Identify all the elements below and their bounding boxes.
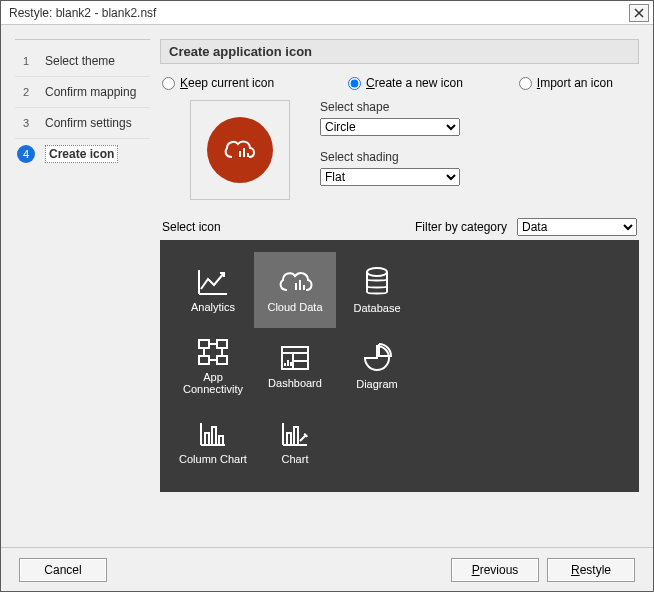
icon-column-chart[interactable]: Column Chart — [172, 404, 254, 480]
preview-circle — [207, 117, 273, 183]
step-label: Create icon — [45, 145, 118, 163]
step-number: 3 — [17, 114, 35, 132]
dialog-window: Restyle: blank2 - blank2.nsf 1 Select th… — [0, 0, 654, 592]
restyle-button[interactable]: Restyle — [547, 558, 635, 582]
step-label: Select theme — [45, 54, 115, 68]
icon-label: Chart — [282, 453, 309, 465]
svg-rect-4 — [217, 356, 227, 364]
window-title: Restyle: blank2 - blank2.nsf — [9, 6, 629, 20]
step-number: 2 — [17, 83, 35, 101]
svg-rect-3 — [199, 356, 209, 364]
radio-import-input[interactable] — [519, 77, 532, 90]
svg-rect-2 — [217, 340, 227, 348]
dialog-footer: Cancel Previous Restyle — [1, 547, 653, 591]
filter-label: Filter by category — [415, 220, 507, 234]
shading-select[interactable]: Flat — [320, 168, 460, 186]
icon-dashboard[interactable]: Dashboard — [254, 328, 336, 404]
icon-label: Cloud Data — [267, 301, 322, 313]
step-select-theme[interactable]: 1 Select theme — [15, 46, 150, 77]
icon-app-connectivity[interactable]: App Connectivity — [172, 328, 254, 404]
icon-mode-radios: Keep current icon Create a new icon Impo… — [160, 74, 639, 100]
icon-database[interactable]: Database — [336, 252, 418, 328]
close-button[interactable] — [629, 4, 649, 22]
icon-label: Column Chart — [179, 453, 247, 465]
step-confirm-mapping[interactable]: 2 Confirm mapping — [15, 77, 150, 108]
step-create-icon[interactable]: 4 Create icon — [15, 139, 150, 169]
svg-rect-9 — [287, 433, 291, 445]
icon-label: Diagram — [356, 378, 398, 390]
section-heading: Create application icon — [160, 39, 639, 64]
shading-label: Select shading — [320, 150, 619, 164]
icon-label: Dashboard — [268, 377, 322, 389]
icon-chart[interactable]: Chart — [254, 404, 336, 480]
radio-create-new[interactable]: Create a new icon — [348, 76, 463, 90]
cloud-data-icon — [222, 137, 258, 163]
filter-select[interactable]: Data — [517, 218, 637, 236]
icon-label: App Connectivity — [183, 371, 243, 395]
wizard-sidebar: 1 Select theme 2 Confirm mapping 3 Confi… — [15, 39, 150, 533]
step-label: Confirm settings — [45, 116, 132, 130]
shape-label: Select shape — [320, 100, 619, 114]
svg-rect-7 — [212, 427, 216, 445]
icon-cloud-data[interactable]: Cloud Data — [254, 252, 336, 328]
svg-point-0 — [367, 268, 387, 276]
step-confirm-settings[interactable]: 3 Confirm settings — [15, 108, 150, 139]
icon-label: Database — [353, 302, 400, 314]
main-panel: Create application icon Keep current ico… — [160, 39, 639, 533]
icon-analytics[interactable]: Analytics — [172, 252, 254, 328]
svg-rect-1 — [199, 340, 209, 348]
titlebar: Restyle: blank2 - blank2.nsf — [1, 1, 653, 25]
select-icon-label: Select icon — [162, 220, 221, 234]
step-label: Confirm mapping — [45, 85, 136, 99]
icon-grid: Analytics Cloud Data Database App Connec… — [160, 240, 639, 492]
cancel-button[interactable]: Cancel — [19, 558, 107, 582]
previous-button[interactable]: Previous — [451, 558, 539, 582]
close-icon — [634, 8, 644, 18]
step-number: 4 — [17, 145, 35, 163]
radio-create-input[interactable] — [348, 77, 361, 90]
radio-keep-input[interactable] — [162, 77, 175, 90]
svg-rect-6 — [205, 433, 209, 445]
shape-select[interactable]: Circle — [320, 118, 460, 136]
svg-rect-10 — [294, 427, 298, 445]
radio-keep-current[interactable]: Keep current icon — [162, 76, 274, 90]
icon-preview — [190, 100, 290, 200]
icon-diagram[interactable]: Diagram — [336, 328, 418, 404]
svg-rect-8 — [219, 436, 223, 445]
icon-label: Analytics — [191, 301, 235, 313]
radio-import[interactable]: Import an icon — [519, 76, 613, 90]
step-number: 1 — [17, 52, 35, 70]
